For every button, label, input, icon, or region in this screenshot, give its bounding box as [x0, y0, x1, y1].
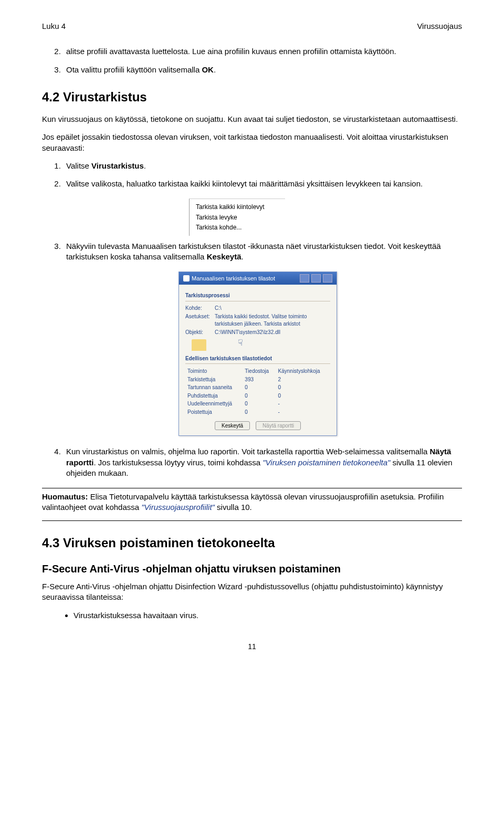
menu-option-floppy: Tarkista levyke	[196, 213, 285, 223]
link-virus-profiles: "Virussuojausprofiilit"	[141, 503, 215, 512]
value-object: C:\WINNT\system32\lz32.dll	[215, 329, 330, 336]
bullet-item-1: Virustarkistuksessa havaitaan virus.	[74, 610, 462, 621]
paragraph-wizard: F-Secure Anti-Virus -ohjelman ohjattu Di…	[42, 581, 462, 603]
section-previous-stats: Edellisen tarkistuksen tilastotiedot	[185, 355, 330, 364]
show-report-button[interactable]: Näytä raportti	[256, 421, 301, 430]
app-icon	[183, 275, 190, 281]
value-target: C:\	[215, 305, 330, 312]
page-number: 11	[42, 642, 462, 652]
step-4: Kun virustarkistus on valmis, ohjelma lu…	[63, 446, 462, 478]
step-3: Näkyviin tulevasta Manuaalisen tarkistuk…	[63, 241, 462, 263]
maximize-icon	[311, 274, 321, 283]
context-menu-screenshot: Tarkista kaikki kiintolevyt Tarkista lev…	[189, 199, 285, 236]
note-box: Huomautus: Elisa Tietoturvapalvelu käytt…	[42, 488, 462, 521]
scan-stats-dialog-screenshot: Manuaalisen tarkistuksen tilastot Tarkis…	[178, 272, 337, 436]
header-section: Virussuojaus	[417, 21, 462, 32]
steps-list-continued: Näkyviin tulevasta Manuaalisen tarkistuk…	[42, 241, 462, 263]
stats-table: Toiminto Tiedostoja Käynnistyslohkoja Ta…	[185, 367, 330, 416]
th-action: Toiminto	[185, 367, 243, 376]
paragraph-intro-1: Kun virussuojaus on käytössä, tietokone …	[42, 114, 462, 124]
heading-4-3: 4.3 Viruksen poistaminen tietokoneelta	[42, 535, 462, 551]
close-icon	[323, 274, 332, 283]
minimize-icon	[300, 274, 309, 283]
th-bootblocks: Käynnistyslohkoja	[276, 367, 330, 376]
note-label: Huomautus:	[42, 492, 88, 501]
dialog-titlebar: Manuaalisen tarkistuksen tilastot	[179, 272, 337, 285]
hand-cursor-icon: ☟	[238, 337, 243, 349]
step-1: Valitse Virustarkistus.	[63, 161, 462, 171]
steps-list: Valitse Virustarkistus. Valitse valikost…	[42, 161, 462, 190]
step-2: Valitse valikosta, haluatko tarkistaa ka…	[63, 179, 462, 189]
label-object: Objekti:	[185, 329, 212, 336]
intro-item-3: Ota valittu profiili käyttöön valitsemal…	[63, 65, 462, 75]
header-chapter: Luku 4	[42, 21, 66, 32]
intro-item-2: alitse profiili avattavasta luettelosta.…	[63, 46, 462, 57]
folder-icon	[192, 339, 206, 351]
page-header: Luku 4 Virussuojaus	[42, 21, 462, 32]
link-remove-virus: "Viruksen poistaminen tietokoneelta"	[262, 458, 390, 467]
label-target: Kohde:	[185, 305, 212, 312]
section-scan-process: Tarkistusprosessi	[185, 292, 330, 301]
bullet-list: Virustarkistuksessa havaitaan virus.	[63, 610, 462, 621]
heading-4-2: 4.2 Virustarkistus	[42, 89, 462, 106]
progress-row: ☟	[192, 339, 330, 351]
label-settings: Asetukset:	[185, 313, 212, 327]
dialog-title-text: Manuaalisen tarkistuksen tilastot	[192, 275, 275, 283]
heading-fsecure-wizard: F-Secure Anti-Virus -ohjelman ohjattu vi…	[42, 562, 462, 576]
cancel-button[interactable]: Keskeytä	[215, 421, 250, 430]
menu-option-all-drives: Tarkista kaikki kiintolevyt	[196, 202, 285, 212]
menu-option-target: Tarkista kohde...	[196, 223, 285, 233]
steps-list-continued-2: Kun virustarkistus on valmis, ohjelma lu…	[42, 446, 462, 478]
paragraph-intro-2: Jos epäilet jossakin tiedostossa olevan …	[42, 132, 462, 153]
th-files: Tiedostoja	[243, 367, 276, 376]
intro-list: alitse profiili avattavasta luettelosta.…	[42, 46, 462, 75]
value-settings: Tarkista kaikki tiedostot. Valitse toimi…	[215, 313, 330, 327]
